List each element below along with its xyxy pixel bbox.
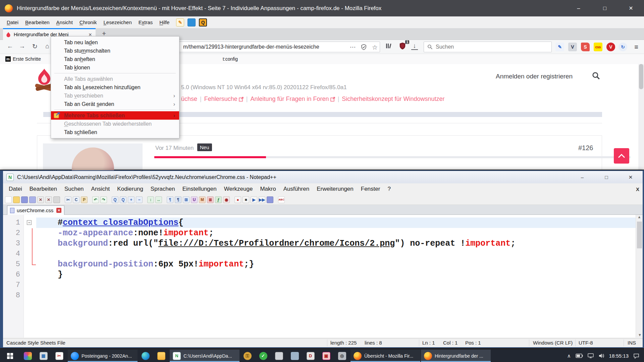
maximize-button[interactable]: □ — [594, 171, 619, 183]
context-menu-item-tab-stummschalten[interactable]: Tab stummschalten — [51, 47, 179, 55]
ublock-icon[interactable]: 1 — [398, 42, 407, 52]
macro-save-icon[interactable] — [267, 196, 273, 203]
search-input[interactable] — [436, 44, 536, 50]
close-all-icon[interactable]: ✕ — [45, 196, 52, 203]
signature-link[interactable]: üchse — [181, 96, 197, 102]
menu-hilfe[interactable]: Hilfe — [156, 19, 173, 25]
monitoring-icon[interactable]: ◉ — [223, 196, 230, 203]
document-tab[interactable]: userChrome.css ✕ — [7, 205, 64, 215]
close-button[interactable]: ✕ — [619, 171, 643, 183]
speaker-icon[interactable] — [598, 353, 604, 358]
shield-check-icon[interactable] — [361, 44, 367, 52]
custom-search-icon[interactable]: Q — [199, 18, 207, 26]
context-menu-item-alle-tabs-auswählen[interactable]: Alle Tabs auswählen — [51, 75, 179, 83]
notes-app[interactable] — [287, 350, 303, 362]
function-list-icon[interactable]: ƒ — [215, 196, 222, 203]
show-all-chars-icon[interactable]: ¶ — [175, 196, 181, 203]
context-menu-item-tab-verschieben[interactable]: Tab verschieben› — [51, 92, 179, 100]
signature-link[interactable]: Anleitung für Fragen in Foren — [250, 96, 329, 102]
context-menu-item-tab-als-lesezeichen-hinzufügen[interactable]: Tab als Lesezeichen hinzufügen — [51, 83, 179, 92]
custom-folder-icon[interactable] — [187, 18, 196, 26]
macro-multi-icon[interactable]: ▶▶ — [259, 196, 265, 203]
macro-record-icon[interactable]: ● — [234, 196, 241, 203]
custom-note-icon[interactable]: ✎ — [176, 18, 184, 26]
replace-icon[interactable]: Q — [120, 196, 126, 203]
signature-link[interactable]: Sicherheitskonzept für Windowsnutzer — [342, 96, 444, 102]
document-close-icon[interactable]: ✕ — [56, 208, 61, 213]
user-language-icon[interactable]: U — [191, 196, 198, 203]
sync-extension-icon[interactable]: ↻ — [619, 43, 627, 51]
tray-chevron-icon[interactable]: ∧ — [567, 353, 571, 359]
page-actions-icon[interactable]: ⋯ — [350, 44, 356, 51]
sync-v-icon[interactable]: ↕ — [147, 196, 154, 203]
battery-icon[interactable] — [576, 354, 583, 358]
snip-app[interactable]: ✂ — [51, 350, 67, 362]
menu-chronik[interactable]: Chronik — [76, 19, 100, 25]
v-red-extension-icon[interactable]: V — [606, 43, 615, 51]
firefox-task-1[interactable]: Übersicht - Mozilla Fir... — [351, 350, 420, 362]
menu-ausfhren[interactable]: Ausführen — [280, 186, 313, 192]
context-menu-item-geschlossenen-tab-wiederherstellen[interactable]: Geschlossenen Tab wiederherstellen — [51, 120, 179, 128]
reload-button[interactable]: ↻ — [30, 43, 40, 50]
undo-icon[interactable]: ↶ — [92, 196, 99, 203]
editor-scrollbar[interactable]: ▲▼ — [636, 215, 643, 338]
save-icon[interactable] — [21, 196, 28, 203]
thunderbird-task[interactable]: Posteingang - 2002An... — [68, 350, 138, 362]
doc-list-icon[interactable]: ≣ — [207, 196, 214, 203]
remote-pc-app[interactable]: ▣ — [318, 350, 334, 362]
disk-app[interactable] — [271, 350, 287, 362]
photos-app[interactable] — [20, 350, 36, 362]
find-icon[interactable]: Q — [112, 196, 118, 203]
menu-ansicht[interactable]: Ansicht — [53, 19, 76, 25]
save-all-icon[interactable] — [29, 196, 36, 203]
css-extension-icon[interactable]: css — [594, 43, 602, 51]
menu-xtras[interactable]: Extras — [135, 19, 156, 25]
close-file-icon[interactable]: ✕ — [37, 196, 44, 203]
menu-werkzeuge[interactable]: Werkzeuge — [220, 186, 257, 192]
menu-fenster[interactable]: Fenster — [357, 186, 384, 192]
capture-app[interactable]: ◎ — [334, 350, 350, 362]
zoom-out-icon[interactable]: − — [136, 196, 143, 203]
scrollbar-thumb[interactable] — [637, 222, 642, 248]
fold-collapse-icon[interactable]: − — [27, 220, 32, 225]
bookmark-erste-schritte[interactable]: m Erste Schritte — [5, 56, 41, 62]
open-file-icon[interactable] — [13, 196, 20, 203]
firefox-task-2[interactable]: Hintergrundfarbe der ... — [421, 350, 491, 362]
menu-ansicht[interactable]: Ansicht — [88, 186, 114, 192]
print-icon[interactable] — [53, 196, 60, 203]
doc-map-icon[interactable]: M — [199, 196, 206, 203]
v-extension-icon[interactable]: V — [568, 43, 577, 51]
scrollbar-thumb[interactable] — [639, 64, 643, 89]
redo-icon[interactable]: ↷ — [100, 196, 107, 203]
signature-link[interactable]: Fehlersuche — [204, 96, 237, 102]
menu-einstellungen[interactable]: Einstellungen — [179, 186, 220, 192]
edge-app[interactable] — [138, 350, 153, 362]
menu-datei[interactable]: Datei — [3, 19, 22, 25]
start-button[interactable] — [0, 350, 20, 362]
taskbar-clock[interactable]: 18:55:13 — [609, 353, 629, 359]
context-menu-item-mehrere-tabs-schließen[interactable]: Mehrere Tabs schließen› — [51, 111, 179, 120]
keepass-app[interactable]: ⚿ — [239, 350, 255, 362]
download-icon[interactable]: ↓ — [411, 43, 418, 50]
context-menu-item-tab-neu-laden[interactable]: Tab neu laden — [51, 38, 179, 47]
network-icon[interactable] — [588, 353, 594, 358]
context-menu-item-tab-klonen[interactable]: Tab klonen — [51, 63, 179, 72]
menu-sprachen[interactable]: Sprachen — [147, 186, 179, 192]
macro-stop-icon[interactable]: ■ — [243, 196, 249, 203]
cut-icon[interactable]: ✂ — [65, 196, 71, 203]
menu-bearbeiten[interactable]: Bearbeiten — [26, 186, 61, 192]
close-button[interactable]: ✕ — [618, 0, 644, 16]
antivirus-app[interactable]: ✓ — [255, 350, 271, 362]
paste-icon[interactable]: P — [81, 196, 88, 203]
sync-h-icon[interactable]: ↔ — [155, 196, 162, 203]
new-file-icon[interactable] — [5, 196, 12, 203]
bookmark-star-icon[interactable]: ☆ — [372, 44, 378, 51]
bookmark-config[interactable]: t:config — [223, 56, 238, 62]
hamburger-menu-icon[interactable]: ≡ — [632, 43, 641, 51]
maximize-button[interactable]: □ — [592, 0, 618, 16]
zoom-in-icon[interactable]: + — [128, 196, 135, 203]
script-extension-icon[interactable]: S — [581, 43, 590, 51]
notes-extension-icon[interactable]: ✎ — [555, 43, 564, 51]
forward-button[interactable]: → — [17, 43, 27, 50]
macro-play-icon[interactable]: ▶ — [251, 196, 257, 203]
